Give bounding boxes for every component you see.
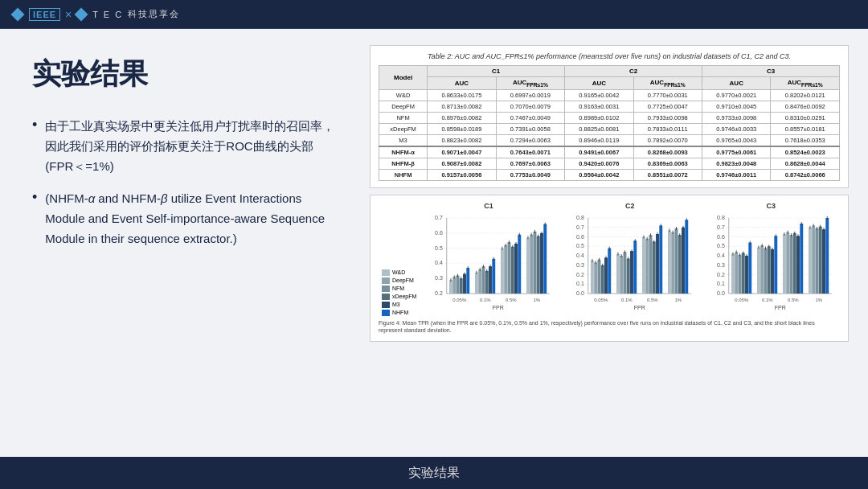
table-cell: 0.7294±0.0063 [496, 134, 564, 146]
table-row: DeepFM0.8713±0.00820.7070±0.00790.9163±0… [379, 101, 840, 112]
svg-text:0.7: 0.7 [717, 224, 725, 229]
table-cell: 0.9163±0.0031 [565, 101, 633, 112]
table-row: W&D0.8633±0.01750.6997±0.00190.9165±0.00… [379, 89, 840, 101]
svg-rect-168 [742, 253, 745, 294]
table-cell: 0.9710±0.0045 [702, 101, 771, 112]
svg-rect-48 [514, 244, 518, 294]
svg-text:FPR: FPR [493, 305, 504, 310]
svg-text:0.7: 0.7 [576, 224, 584, 229]
legend-label: NFM [392, 286, 404, 291]
svg-rect-109 [630, 251, 633, 294]
svg-text:0.05%: 0.05% [594, 298, 608, 302]
table-cell: 0.7070±0.0079 [496, 101, 564, 112]
svg-text:0.0: 0.0 [717, 290, 725, 296]
svg-rect-127 [668, 230, 671, 294]
svg-text:0.05%: 0.05% [453, 298, 468, 302]
svg-text:0.3: 0.3 [576, 261, 584, 267]
svg-text:0.2: 0.2 [435, 290, 443, 296]
svg-text:0.4: 0.4 [576, 253, 584, 258]
svg-rect-59 [537, 236, 540, 293]
svg-rect-107 [627, 258, 630, 293]
svg-rect-63 [544, 224, 547, 293]
table-row: NHFM-β0.9087±0.00820.7697±0.00630.9420±0… [379, 158, 840, 169]
footer: 实验结果 [0, 457, 868, 489]
table-caption: Table 2: AUC and AUC_FPR≤1% performance … [379, 52, 840, 60]
svg-rect-37 [493, 258, 496, 293]
legend-color-box [382, 310, 390, 316]
table-cell: 0.9746±0.0011 [702, 169, 771, 180]
svg-rect-31 [482, 266, 485, 294]
svg-text:0.3: 0.3 [717, 261, 725, 267]
svg-rect-22 [463, 273, 466, 293]
svg-rect-175 [757, 247, 760, 294]
svg-rect-105 [623, 252, 626, 294]
svg-rect-137 [685, 220, 688, 294]
svg-rect-46 [511, 246, 514, 293]
table-cell: 0.8825±0.0081 [565, 123, 633, 134]
svg-text:1%: 1% [674, 298, 682, 302]
svg-rect-122 [656, 234, 659, 294]
results-table-container: Table 2: AUC and AUC_FPR≤1% performance … [370, 45, 849, 188]
svg-rect-118 [649, 235, 652, 294]
legend-label: NHFM [392, 310, 408, 315]
svg-rect-40 [501, 248, 504, 293]
table-cell: 0.8946±0.0119 [565, 134, 633, 146]
table-cell: 0.8202±0.0121 [771, 89, 840, 101]
svg-rect-124 [659, 225, 662, 294]
table-cell: 0.8633±0.0175 [428, 89, 496, 101]
table-cell: 0.8976±0.0082 [428, 112, 496, 123]
svg-rect-185 [775, 236, 778, 294]
svg-rect-14 [449, 280, 452, 294]
results-table: Model C1 C2 C3 AUC AUCFPR≤1% AUC AUCFPR≤… [379, 65, 840, 181]
chart-c1-label: C1 [484, 202, 493, 210]
table-cell: 0.9823±0.0048 [702, 158, 771, 169]
svg-text:FPR: FPR [775, 305, 786, 310]
table-cell: 0.7618±0.0353 [771, 134, 840, 146]
svg-text:0.3: 0.3 [435, 275, 443, 281]
table-cell: 0.9733±0.0098 [702, 112, 771, 123]
svg-rect-183 [771, 249, 774, 293]
col-c3: C3 [702, 66, 840, 77]
table-cell: NFM [379, 112, 428, 123]
table-cell: 0.7753±0.0049 [496, 169, 564, 180]
table-cell: 0.7892±0.0070 [633, 134, 702, 146]
table-cell: 0.9746±0.0033 [702, 123, 771, 134]
legend-item: NFM [382, 286, 416, 292]
svg-rect-192 [790, 235, 793, 294]
table-cell: NHFM [379, 169, 428, 180]
svg-rect-92 [597, 259, 600, 293]
svg-rect-16 [453, 277, 457, 294]
svg-rect-53 [526, 237, 530, 294]
chart-c1-svg: 0.20.30.40.50.60.70.05%0.1%0.5%1%FPRTPR [420, 212, 558, 316]
legend-item: M3 [382, 302, 416, 308]
table-cell: 0.7933±0.0098 [633, 112, 702, 123]
chart-container: W&DDeepFMNFMxDeepFMM3NHFM C1 0.20.30.40.… [370, 195, 849, 343]
svg-text:0.1: 0.1 [717, 281, 725, 286]
svg-text:0.5: 0.5 [435, 244, 443, 250]
svg-rect-20 [460, 278, 463, 294]
bullet-dot-1: • [32, 117, 37, 134]
svg-rect-57 [534, 232, 537, 294]
bullet-item-1: • 由于工业真实场景中更关注低用户打扰率时的召回率，因此我们采用的评价指标更关注… [32, 117, 338, 176]
table-cell: 0.8713±0.0082 [428, 101, 496, 112]
table-cell: 0.8476±0.0092 [771, 101, 840, 112]
table-cell: 0.8628±0.0044 [771, 158, 840, 169]
svg-rect-181 [768, 246, 771, 294]
table-row: NHFM0.9157±0.00560.7753±0.00490.9564±0.0… [379, 169, 840, 180]
svg-text:0.4: 0.4 [717, 253, 725, 258]
svg-text:1%: 1% [816, 298, 823, 302]
legend-item: NHFM [382, 310, 416, 316]
svg-rect-116 [645, 238, 649, 293]
legend-color-box [382, 269, 390, 276]
svg-text:0.5: 0.5 [576, 243, 584, 249]
legend-color-box [382, 277, 390, 284]
table-cell: 0.9420±0.0076 [565, 158, 633, 169]
col-c2-auc: AUC [565, 77, 633, 90]
table-cell: DeepFM [379, 101, 428, 112]
table-row: xDeepFM0.8598±0.01890.7391±0.00580.8825±… [379, 123, 840, 134]
svg-text:0.1%: 0.1% [762, 298, 773, 302]
svg-text:0.4: 0.4 [435, 260, 443, 265]
table-cell: 0.9087±0.0082 [428, 158, 496, 169]
legend-item: DeepFM [382, 277, 416, 284]
chart-c1: C1 0.20.30.40.50.60.70.05%0.1%0.5%1%FPRT… [420, 202, 558, 316]
